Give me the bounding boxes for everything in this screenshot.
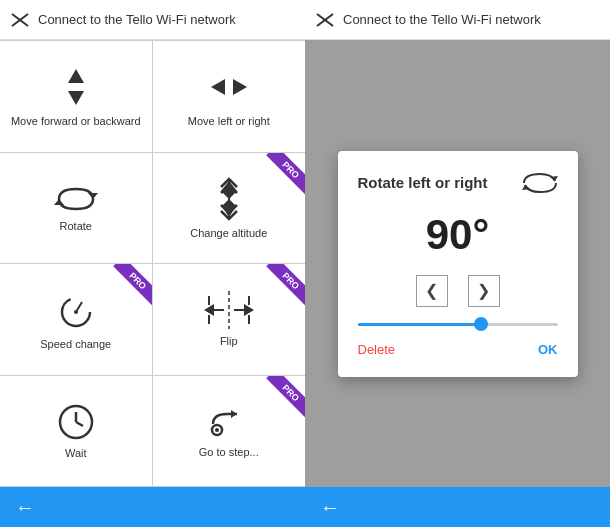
grid-cell-speed-change[interactable]: Speed change [0, 264, 153, 376]
left-bottom-bar: ← [0, 487, 305, 527]
slider-thumb[interactable] [474, 317, 488, 331]
svg-marker-7 [54, 199, 64, 205]
change-altitude-label: Change altitude [190, 227, 267, 239]
pro-badge-goto [253, 376, 305, 428]
svg-marker-4 [211, 79, 225, 95]
grid-cell-flip[interactable]: Flip [153, 264, 306, 376]
ok-button[interactable]: OK [538, 342, 558, 357]
slider-fill [358, 323, 478, 326]
right-back-button[interactable]: ← [320, 496, 340, 519]
go-to-step-icon [207, 404, 251, 440]
right-panel: Connect to the Tello Wi-Fi network Rotat… [305, 0, 610, 527]
speed-change-label: Speed change [40, 338, 111, 350]
pro-badge-altitude [253, 153, 305, 205]
move-forward-backward-label: Move forward or backward [11, 115, 141, 127]
move-left-right-label: Move left or right [188, 115, 270, 127]
grid-cell-move-left-right[interactable]: Move left or right [153, 41, 306, 153]
svg-marker-6 [88, 193, 98, 199]
wait-label: Wait [65, 447, 87, 459]
svg-line-27 [76, 422, 83, 426]
grid-cell-wait[interactable]: Wait [0, 376, 153, 488]
right-content: Rotate left or right 90° ❮ ❯ [305, 40, 610, 487]
dialog-actions: Delete OK [358, 342, 558, 357]
right-bottom-bar: ← [305, 487, 610, 527]
pro-badge-speed [100, 264, 152, 316]
svg-marker-3 [68, 91, 84, 105]
rotate-icon [54, 184, 98, 214]
speed-change-icon [54, 288, 98, 332]
slider-track [358, 323, 558, 326]
move-left-right-icon [207, 65, 251, 109]
svg-marker-17 [204, 304, 214, 316]
pro-badge-flip [253, 264, 305, 316]
left-header-text: Connect to the Tello Wi-Fi network [38, 12, 236, 27]
left-header: Connect to the Tello Wi-Fi network [0, 0, 305, 40]
increment-button[interactable]: ❯ [468, 275, 500, 307]
grid-cell-change-altitude[interactable]: Change altitude [153, 153, 306, 265]
grid-cell-move-forward-backward[interactable]: Move forward or backward [0, 41, 153, 153]
dialog-title: Rotate left or right [358, 174, 488, 191]
go-to-step-label: Go to step... [199, 446, 259, 458]
right-header-text: Connect to the Tello Wi-Fi network [343, 12, 541, 27]
change-altitude-icon [207, 177, 251, 221]
dialog-controls: ❮ ❯ [358, 275, 558, 307]
delete-button[interactable]: Delete [358, 342, 396, 357]
dialog: Rotate left or right 90° ❮ ❯ [338, 151, 578, 377]
flip-icon [204, 291, 254, 329]
grid-cell-go-to-step[interactable]: Go to step... [153, 376, 306, 488]
grid: Move forward or backward Move left or ri… [0, 40, 305, 487]
move-forward-backward-icon [54, 65, 98, 109]
grid-cell-rotate[interactable]: Rotate [0, 153, 153, 265]
svg-point-30 [215, 428, 219, 432]
decrement-button[interactable]: ❮ [416, 275, 448, 307]
rotate-left-right-icon [522, 171, 558, 195]
dialog-value: 90° [358, 211, 558, 259]
wifi-icon [10, 12, 30, 28]
dialog-header: Rotate left or right [358, 171, 558, 195]
rotate-label: Rotate [60, 220, 92, 232]
slider-container[interactable] [358, 323, 558, 326]
left-back-button[interactable]: ← [15, 496, 35, 519]
right-header: Connect to the Tello Wi-Fi network [305, 0, 610, 40]
svg-marker-5 [233, 79, 247, 95]
flip-label: Flip [220, 335, 238, 347]
svg-marker-2 [68, 69, 84, 83]
right-wifi-icon [315, 12, 335, 28]
wait-icon [57, 403, 95, 441]
left-panel: Connect to the Tello Wi-Fi network Move … [0, 0, 305, 527]
svg-marker-28 [231, 410, 237, 418]
svg-point-15 [74, 310, 78, 314]
